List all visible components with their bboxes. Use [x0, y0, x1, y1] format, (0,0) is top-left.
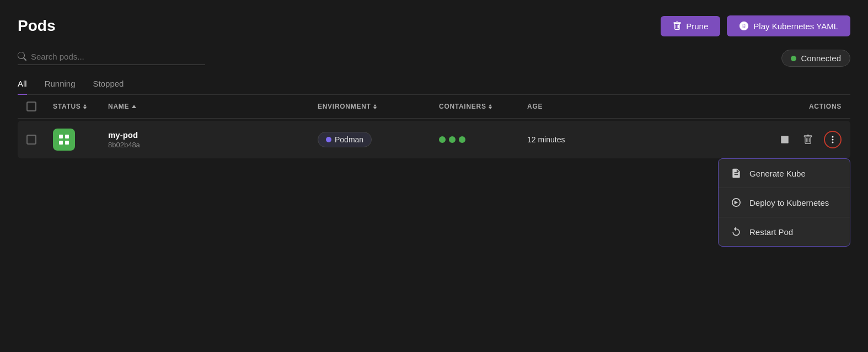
actions-dropdown: Generate Kube Deploy to Kubernetes	[718, 158, 850, 247]
row-status-cell	[53, 129, 108, 151]
pod-grid-icon	[57, 133, 71, 146]
generate-kube-label: Generate Kube	[749, 169, 806, 178]
env-dot	[326, 137, 331, 142]
play-kubernetes-label: Play Kubernetes YAML	[753, 22, 838, 31]
container-dot-3	[459, 136, 465, 143]
env-sort-icon	[373, 104, 377, 109]
row-name-cell: my-pod 8b02b48a	[108, 130, 318, 149]
prune-button[interactable]: Prune	[661, 16, 720, 36]
containers-sort-icon	[489, 104, 492, 109]
svg-point-7	[832, 139, 834, 141]
search-input[interactable]	[31, 52, 205, 61]
delete-trash-icon	[803, 135, 813, 145]
more-actions-button[interactable]	[824, 131, 842, 148]
trash-icon	[673, 22, 682, 30]
connected-status-dot	[791, 56, 796, 61]
row-containers-cell	[439, 136, 527, 143]
row-checkbox[interactable]	[26, 135, 36, 145]
tab-running[interactable]: Running	[45, 76, 76, 95]
search-icon	[18, 52, 26, 61]
connected-badge: Connected	[781, 50, 850, 67]
search-row: Connected	[18, 50, 850, 67]
col-name[interactable]: NAME	[108, 103, 318, 110]
table-container: STATUS NAME ENVIRONMENT CONTAINERS	[18, 95, 850, 158]
stop-button[interactable]	[778, 132, 792, 147]
status-sort-icon	[83, 104, 87, 109]
kubernetes-icon	[739, 21, 749, 31]
container-dot-1	[439, 136, 446, 143]
col-checkbox	[26, 102, 53, 111]
col-containers[interactable]: CONTAINERS	[439, 103, 527, 110]
deploy-kubernetes-label: Deploy to Kubernetes	[749, 198, 829, 207]
containers-dots	[439, 136, 527, 143]
col-age: AGE	[527, 103, 637, 110]
header-actions: Prune Play Kubernetes YAML	[661, 15, 850, 36]
pod-name: my-pod	[108, 130, 318, 140]
prune-label: Prune	[686, 22, 708, 31]
pod-age: 12 minutes	[527, 135, 565, 144]
environment-badge: Podman	[318, 132, 372, 147]
environment-label: Podman	[335, 135, 363, 144]
more-dots-icon	[828, 135, 837, 144]
play-kubernetes-button[interactable]: Play Kubernetes YAML	[727, 15, 850, 36]
svg-point-8	[832, 142, 834, 143]
svg-point-6	[832, 136, 834, 138]
stop-icon	[780, 135, 790, 145]
deploy-kubernetes-item[interactable]: Deploy to Kubernetes	[719, 188, 850, 217]
col-status[interactable]: STATUS	[53, 103, 108, 110]
generate-kube-icon	[731, 168, 742, 179]
col-environment[interactable]: ENVIRONMENT	[318, 103, 439, 110]
tabs-row: All Running Stopped	[18, 76, 850, 95]
page-title: Pods	[18, 17, 55, 35]
delete-button[interactable]	[801, 132, 815, 147]
pod-id: 8b02b48a	[108, 141, 318, 149]
tab-stopped[interactable]: Stopped	[93, 76, 124, 95]
col-actions: ACTIONS	[637, 103, 842, 110]
header-row: Pods Prune Play Kubernetes YAML	[18, 15, 850, 36]
deploy-icon	[731, 197, 742, 208]
table-row: my-pod 8b02b48a Podman 12 mi	[18, 121, 850, 158]
svg-rect-5	[781, 136, 789, 143]
name-sort-asc-icon	[131, 104, 137, 109]
svg-rect-3	[59, 141, 63, 145]
row-checkbox-cell	[26, 135, 53, 145]
row-actions-cell: Generate Kube Deploy to Kubernetes	[637, 131, 842, 148]
svg-rect-4	[65, 141, 69, 145]
container-dot-2	[449, 136, 456, 143]
tab-all[interactable]: All	[18, 76, 27, 95]
search-container	[18, 52, 205, 65]
page-container: Pods Prune Play Kubernetes YAML	[0, 0, 868, 158]
row-age-cell: 12 minutes	[527, 135, 637, 145]
svg-rect-1	[59, 135, 63, 138]
generate-kube-item[interactable]: Generate Kube	[719, 159, 850, 188]
restart-pod-label: Restart Pod	[749, 227, 793, 237]
row-environment-cell: Podman	[318, 132, 439, 147]
table-header: STATUS NAME ENVIRONMENT CONTAINERS	[18, 95, 850, 119]
svg-rect-2	[65, 135, 69, 138]
restart-pod-item[interactable]: Restart Pod	[719, 217, 850, 246]
connected-label: Connected	[801, 54, 841, 63]
restart-icon	[731, 226, 742, 237]
pod-status-icon	[53, 129, 75, 151]
select-all-checkbox[interactable]	[26, 102, 36, 111]
